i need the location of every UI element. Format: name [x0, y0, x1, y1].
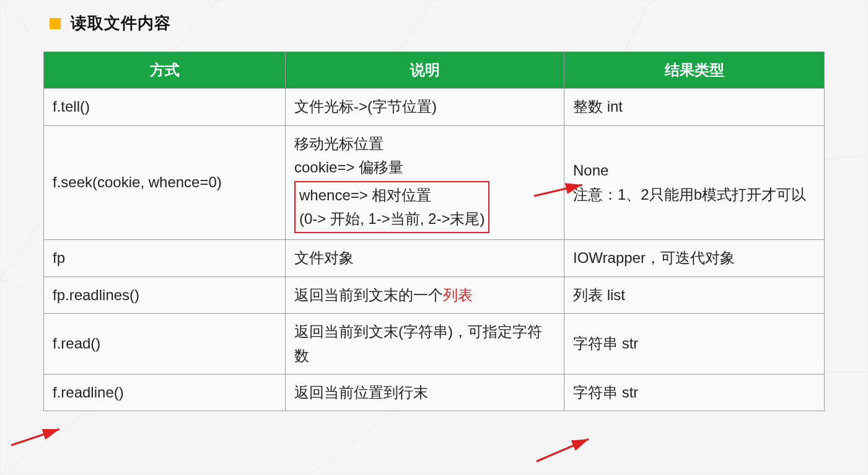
header-desc: 说明	[286, 52, 564, 89]
cell-desc: 文件对象	[286, 240, 564, 277]
table-row: f.seek(cookie, whence=0) 移动光标位置 cookie=>…	[44, 125, 825, 240]
cell-desc: 返回当前到文末的一个列表	[286, 277, 564, 313]
table-row: f.read() 返回当前到文末(字符串)，可指定字符数 字符串 str	[44, 314, 825, 375]
arrow-icon	[533, 434, 595, 465]
desc-prefix: 返回当前到文末的一个	[294, 286, 443, 303]
file-read-table: 方式 说明 结果类型 f.tell() 文件光标->(字节位置) 整数 int …	[43, 51, 825, 411]
slide-title-row: 读取文件内容	[50, 12, 825, 34]
table-row: f.readline() 返回当前位置到行末 字符串 str	[44, 374, 825, 411]
table-row: fp 文件对象 IOWrapper，可迭代对象	[44, 240, 825, 277]
cell-desc: 移动光标位置 cookie=> 偏移量 whence=> 相对位置 (0-> 开…	[286, 125, 564, 240]
cell-method: f.seek(cookie, whence=0)	[44, 125, 286, 240]
desc-top: 移动光标位置 cookie=> 偏移量	[294, 132, 555, 180]
cell-method: fp	[44, 240, 286, 277]
svg-line-2	[537, 439, 589, 461]
cell-type: 字符串 str	[564, 374, 825, 411]
cell-type: 列表 list	[564, 277, 825, 313]
table-row: fp.readlines() 返回当前到文末的一个列表 列表 list	[44, 277, 825, 313]
bullet-icon	[50, 18, 61, 29]
cell-desc: 文件光标->(字节位置)	[286, 89, 564, 125]
cell-type: 整数 int	[564, 89, 825, 125]
header-type: 结果类型	[564, 52, 825, 89]
desc-highlight-box: whence=> 相对位置 (0-> 开始, 1->当前, 2->末尾)	[294, 181, 489, 234]
cell-desc: 返回当前位置到行末	[286, 374, 564, 411]
svg-line-1	[11, 429, 59, 445]
cell-type: IOWrapper，可迭代对象	[564, 240, 825, 277]
cell-method: f.tell()	[44, 89, 286, 125]
arrow-icon	[9, 424, 64, 449]
table-row: f.tell() 文件光标->(字节位置) 整数 int	[44, 89, 825, 125]
cell-desc: 返回当前到文末(字符串)，可指定字符数	[286, 314, 564, 375]
cell-method: f.readline()	[44, 374, 286, 411]
cell-type: None 注意：1、2只能用b模式打开才可以	[564, 125, 825, 240]
header-method: 方式	[44, 52, 286, 89]
slide-title: 读取文件内容	[71, 12, 171, 34]
cell-method: f.read()	[44, 314, 286, 375]
cell-method: fp.readlines()	[44, 277, 286, 313]
cell-type: 字符串 str	[564, 314, 825, 375]
slide-content: 读取文件内容 方式 说明 结果类型 f.tell() 文件光标->(字节位置) …	[0, 0, 868, 411]
desc-red-text: 列表	[443, 286, 473, 303]
